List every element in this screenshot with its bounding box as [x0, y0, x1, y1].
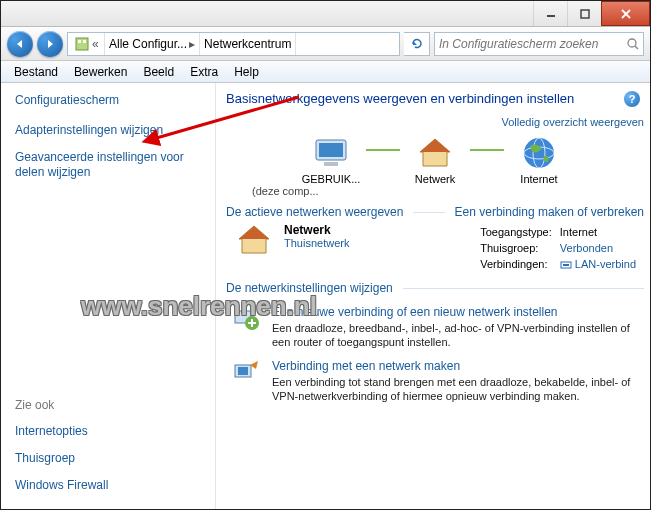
svg-rect-9 [324, 162, 338, 166]
map-this-pc[interactable]: GEBRUIK... [300, 135, 362, 185]
forward-button[interactable] [37, 31, 63, 57]
connection-link[interactable]: LAN-verbind [575, 258, 636, 270]
svg-rect-18 [238, 367, 248, 375]
access-label: Toegangstype: [480, 225, 558, 239]
connection-line [470, 149, 504, 151]
homegroup-label: Thuisgroep: [480, 241, 558, 255]
new-connection-icon [232, 305, 260, 333]
search-input[interactable] [439, 37, 626, 51]
arrow-right-icon [44, 38, 56, 50]
minimize-button[interactable] [533, 1, 567, 26]
menu-edit[interactable]: Bewerken [67, 64, 134, 80]
map-internet[interactable]: Internet [508, 135, 570, 185]
control-panel-icon[interactable]: « [68, 33, 105, 55]
menu-extra[interactable]: Extra [183, 64, 225, 80]
breadcrumb-label: Alle Configur... [109, 37, 187, 51]
svg-rect-1 [581, 10, 589, 18]
close-icon [620, 9, 632, 19]
refresh-icon [410, 37, 424, 51]
menu-view[interactable]: Beeld [136, 64, 181, 80]
svg-point-5 [628, 39, 636, 47]
svg-line-6 [635, 46, 638, 49]
breadcrumb-segment-2[interactable]: Netwerkcentrum [200, 33, 296, 55]
svg-rect-8 [319, 143, 343, 157]
connect-disconnect-link[interactable]: Een verbinding maken of verbreken [455, 205, 644, 219]
svg-rect-4 [83, 40, 86, 43]
map-network[interactable]: Netwerk [404, 135, 466, 185]
task-connect-network-title[interactable]: Verbinding met een netwerk maken [272, 359, 460, 373]
connections-label: Verbindingen: [480, 257, 558, 271]
connection-line [366, 149, 400, 151]
task-new-connection-desc: Een draadloze, breedband-, inbel-, ad-ho… [272, 321, 638, 349]
breadcrumb-label: Netwerkcentrum [204, 37, 291, 51]
svg-rect-3 [78, 40, 81, 43]
navigation-bar: « Alle Configur...▸ Netwerkcentrum [1, 27, 650, 61]
breadcrumb-segment-1[interactable]: Alle Configur...▸ [105, 33, 200, 55]
minimize-icon [546, 9, 556, 19]
homegroup-link[interactable]: Verbonden [560, 242, 613, 254]
map-network-label: Netwerk [415, 173, 455, 185]
menu-help[interactable]: Help [227, 64, 266, 80]
computer-icon [312, 138, 350, 168]
menu-file[interactable]: Bestand [7, 64, 65, 80]
globe-icon [522, 136, 556, 170]
seealso-homegroup[interactable]: Thuisgroep [15, 451, 203, 466]
task-new-connection-title[interactable]: Een nieuwe verbinding of een nieuw netwe… [272, 305, 558, 319]
task-adapter-settings[interactable]: Adapterinstellingen wijzigen [15, 123, 203, 138]
task-connect-network-desc: Een verbinding tot stand brengen met een… [272, 375, 638, 403]
sidebar: Configuratiescherm Adapterinstellingen w… [1, 83, 216, 509]
access-value: Internet [560, 225, 642, 239]
house-icon [417, 136, 453, 170]
address-bar[interactable]: « Alle Configur...▸ Netwerkcentrum [67, 32, 400, 56]
settings-tasks: Een nieuwe verbinding of een nieuw netwe… [226, 305, 644, 403]
svg-rect-14 [563, 264, 569, 266]
back-button[interactable] [7, 31, 33, 57]
maximize-icon [580, 9, 590, 19]
map-internet-label: Internet [520, 173, 557, 185]
search-box[interactable] [434, 32, 644, 56]
help-button[interactable]: ? [624, 91, 640, 107]
lan-icon [560, 260, 572, 270]
arrow-left-icon [14, 38, 26, 50]
close-button[interactable] [601, 1, 650, 26]
connect-network-icon [232, 359, 260, 387]
seealso-firewall[interactable]: Windows Firewall [15, 478, 203, 493]
refresh-button[interactable] [404, 32, 430, 56]
task-connect-network[interactable]: Verbinding met een netwerk maken Een ver… [232, 359, 638, 403]
content-pane: ? Basisnetwerkgegevens weergeven en verb… [216, 83, 650, 509]
active-networks-header: De actieve netwerken weergeven [226, 205, 403, 219]
svg-rect-0 [547, 15, 555, 17]
search-icon [626, 37, 639, 51]
full-map-link[interactable]: Volledig overzicht weergeven [502, 116, 644, 128]
network-map: GEBRUIK... Netwerk Internet [226, 135, 644, 185]
network-type-link[interactable]: Thuisnetwerk [284, 237, 349, 249]
main-area: Configuratiescherm Adapterinstellingen w… [1, 83, 650, 509]
titlebar [1, 1, 650, 27]
house-icon [236, 223, 272, 257]
menu-bar: Bestand Bewerken Beeld Extra Help [1, 61, 650, 83]
change-settings-header: De netwerkinstellingen wijzigen [226, 281, 393, 295]
network-properties: Toegangstype:Internet Thuisgroep:Verbond… [478, 223, 644, 273]
task-advanced-sharing[interactable]: Geavanceerde instellingen voor delen wij… [15, 150, 203, 180]
sidebar-header[interactable]: Configuratiescherm [15, 93, 203, 107]
svg-point-10 [524, 138, 554, 168]
svg-rect-2 [76, 38, 88, 50]
map-pc-label: GEBRUIK... [302, 173, 361, 185]
window: « Alle Configur...▸ Netwerkcentrum Besta… [0, 0, 651, 510]
network-name: Netwerk [284, 223, 349, 237]
map-pc-subtext: (deze comp... [252, 185, 644, 197]
active-network-item: Netwerk Thuisnetwerk Toegangstype:Intern… [236, 223, 644, 273]
seealso-header: Zie ook [15, 398, 203, 412]
task-new-connection[interactable]: Een nieuwe verbinding of een nieuw netwe… [232, 305, 638, 349]
seealso-internet-options[interactable]: Internetopties [15, 424, 203, 439]
maximize-button[interactable] [567, 1, 601, 26]
page-title: Basisnetwerkgegevens weergeven en verbin… [226, 91, 644, 107]
